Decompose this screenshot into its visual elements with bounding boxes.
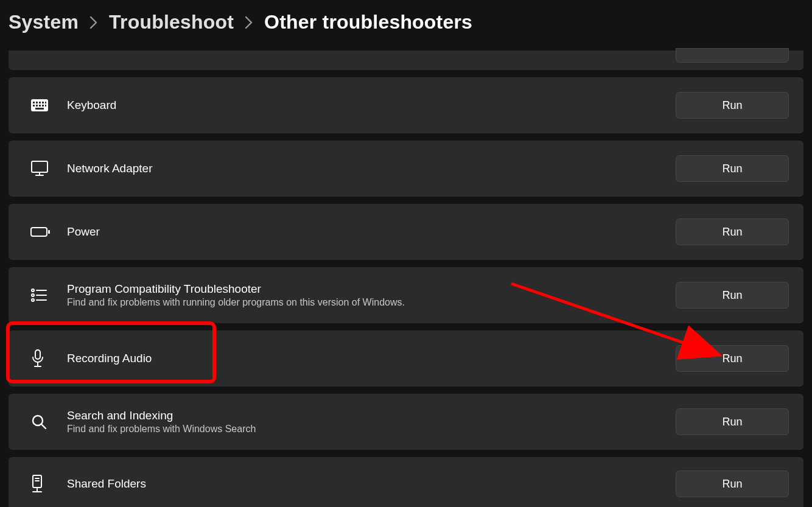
svg-rect-2 (36, 102, 38, 103)
run-button[interactable]: Run (676, 345, 789, 372)
breadcrumb-current: Other troubleshooters (264, 11, 472, 33)
card-text: Recording Audio (67, 352, 676, 365)
breadcrumb-troubleshoot[interactable]: Troubleshoot (109, 11, 234, 33)
svg-rect-12 (32, 161, 47, 172)
svg-rect-15 (31, 228, 47, 236)
breadcrumb-system[interactable]: System (9, 11, 79, 33)
run-button[interactable]: Run (676, 155, 789, 182)
card-title: Recording Audio (67, 352, 676, 365)
svg-rect-5 (45, 102, 46, 103)
search-icon (30, 413, 67, 430)
run-button[interactable]: Run (676, 92, 789, 119)
svg-rect-7 (36, 105, 38, 107)
run-button[interactable]: Run (676, 408, 789, 435)
svg-rect-10 (45, 105, 46, 107)
card-text: Keyboard (67, 99, 676, 112)
svg-rect-3 (39, 102, 41, 103)
card-desc: Find and fix problems with Windows Searc… (67, 424, 676, 435)
troubleshooter-card-keyboard: Keyboard Run (9, 77, 803, 133)
svg-point-19 (32, 294, 34, 296)
microphone-icon (30, 349, 67, 368)
chevron-right-icon (89, 16, 98, 29)
card-text: Search and Indexing Find and fix problem… (67, 409, 676, 435)
svg-point-17 (32, 289, 34, 292)
run-button[interactable]: Run (676, 470, 789, 497)
svg-rect-11 (35, 108, 44, 110)
troubleshooter-card-power: Power Run (9, 204, 803, 260)
card-text: Power (67, 225, 676, 239)
svg-rect-4 (42, 102, 44, 103)
server-icon (30, 475, 67, 493)
svg-rect-9 (42, 105, 44, 107)
troubleshooter-card-shared-folders: Shared Folders Run (9, 457, 803, 507)
svg-rect-1 (33, 102, 35, 103)
troubleshooter-card-network-adapter: Network Adapter Run (9, 141, 803, 197)
chevron-right-icon (245, 16, 253, 29)
card-text: Program Compatibility Troubleshooter Fin… (67, 282, 676, 308)
run-button[interactable]: Run (676, 219, 789, 245)
svg-rect-6 (33, 105, 35, 107)
troubleshooter-list: Find and fix problems with incoming comp… (0, 51, 812, 507)
card-title: Power (67, 225, 676, 239)
monitor-icon (30, 160, 67, 177)
svg-rect-23 (35, 350, 40, 359)
svg-rect-16 (48, 230, 50, 234)
troubleshooter-card-recording-audio: Recording Audio Run (9, 330, 803, 386)
troubleshooter-card-incoming-connections: Find and fix problems with incoming comp… (9, 51, 803, 70)
run-button[interactable]: Run (676, 282, 789, 309)
card-text: Network Adapter (67, 162, 676, 175)
keyboard-icon (30, 99, 67, 112)
svg-line-27 (41, 424, 46, 428)
breadcrumb: System Troubleshoot Other troubleshooter… (0, 0, 812, 51)
troubleshooter-card-search-indexing: Search and Indexing Find and fix problem… (9, 394, 803, 450)
svg-rect-8 (39, 105, 41, 107)
card-desc: Find and fix problems with running older… (67, 297, 676, 308)
run-button[interactable]: Run (676, 48, 789, 63)
troubleshooter-card-program-compatibility: Program Compatibility Troubleshooter Fin… (9, 267, 803, 323)
card-title: Search and Indexing (67, 409, 676, 422)
card-text: Shared Folders (67, 477, 676, 491)
card-title: Network Adapter (67, 162, 676, 175)
card-title: Program Compatibility Troubleshooter (67, 282, 676, 296)
battery-icon (30, 226, 67, 238)
list-icon (30, 288, 67, 302)
card-title: Shared Folders (67, 477, 676, 491)
card-title: Keyboard (67, 99, 676, 112)
card-text: Find and fix problems with incoming comp… (67, 53, 676, 64)
svg-point-21 (32, 299, 34, 301)
